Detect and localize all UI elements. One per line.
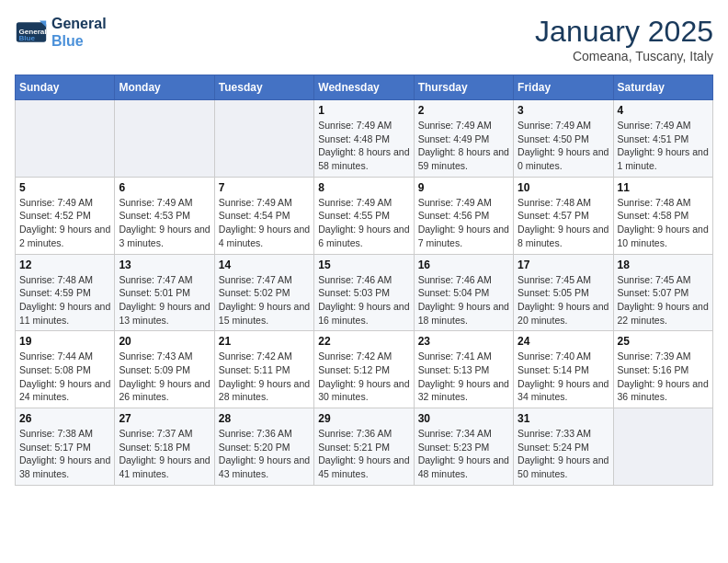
day-info: Sunrise: 7:42 AM Sunset: 5:11 PM Dayligh… xyxy=(219,350,310,404)
calendar-subtitle: Comeana, Tuscany, Italy xyxy=(535,49,713,63)
day-cell: 7Sunrise: 7:49 AM Sunset: 4:54 PM Daylig… xyxy=(214,177,313,254)
day-info: Sunrise: 7:42 AM Sunset: 5:12 PM Dayligh… xyxy=(318,350,409,404)
day-number: 14 xyxy=(219,259,310,271)
week-row-3: 12Sunrise: 7:48 AM Sunset: 4:59 PM Dayli… xyxy=(16,254,713,331)
calendar-header: SundayMondayTuesdayWednesdayThursdayFrid… xyxy=(16,75,713,100)
day-cell xyxy=(214,100,313,178)
day-info: Sunrise: 7:43 AM Sunset: 5:09 PM Dayligh… xyxy=(119,350,210,404)
day-cell: 12Sunrise: 7:48 AM Sunset: 4:59 PM Dayli… xyxy=(16,254,115,331)
header-cell-thursday: Thursday xyxy=(414,75,513,100)
day-info: Sunrise: 7:38 AM Sunset: 5:17 PM Dayligh… xyxy=(19,427,110,481)
day-number: 26 xyxy=(19,412,110,425)
day-cell: 21Sunrise: 7:42 AM Sunset: 5:11 PM Dayli… xyxy=(214,331,313,408)
day-number: 11 xyxy=(618,181,709,194)
day-cell: 14Sunrise: 7:47 AM Sunset: 5:02 PM Dayli… xyxy=(214,254,313,331)
week-row-4: 19Sunrise: 7:44 AM Sunset: 5:08 PM Dayli… xyxy=(16,331,713,408)
day-info: Sunrise: 7:34 AM Sunset: 5:23 PM Dayligh… xyxy=(418,427,509,481)
day-cell: 28Sunrise: 7:36 AM Sunset: 5:20 PM Dayli… xyxy=(214,408,313,486)
title-block: January 2025 Comeana, Tuscany, Italy xyxy=(535,15,713,63)
day-info: Sunrise: 7:47 AM Sunset: 5:02 PM Dayligh… xyxy=(219,273,310,327)
calendar-title: January 2025 xyxy=(535,15,713,49)
day-info: Sunrise: 7:49 AM Sunset: 4:53 PM Dayligh… xyxy=(119,196,210,250)
day-info: Sunrise: 7:48 AM Sunset: 4:59 PM Dayligh… xyxy=(19,273,110,327)
calendar-table: SundayMondayTuesdayWednesdayThursdayFrid… xyxy=(15,75,713,486)
day-info: Sunrise: 7:49 AM Sunset: 4:54 PM Dayligh… xyxy=(219,196,310,250)
day-cell: 26Sunrise: 7:38 AM Sunset: 5:17 PM Dayli… xyxy=(16,408,115,486)
day-number: 25 xyxy=(618,335,709,348)
day-info: Sunrise: 7:44 AM Sunset: 5:08 PM Dayligh… xyxy=(19,350,110,404)
day-number: 13 xyxy=(119,259,210,271)
day-cell: 25Sunrise: 7:39 AM Sunset: 5:16 PM Dayli… xyxy=(613,331,712,408)
day-cell: 13Sunrise: 7:47 AM Sunset: 5:01 PM Dayli… xyxy=(115,254,214,331)
day-number: 1 xyxy=(318,104,409,117)
day-info: Sunrise: 7:41 AM Sunset: 5:13 PM Dayligh… xyxy=(418,350,509,404)
day-cell: 24Sunrise: 7:40 AM Sunset: 5:14 PM Dayli… xyxy=(514,331,613,408)
header-row: SundayMondayTuesdayWednesdayThursdayFrid… xyxy=(16,75,713,100)
day-info: Sunrise: 7:49 AM Sunset: 4:52 PM Dayligh… xyxy=(19,196,110,250)
day-cell: 6Sunrise: 7:49 AM Sunset: 4:53 PM Daylig… xyxy=(115,177,214,254)
week-row-2: 5Sunrise: 7:49 AM Sunset: 4:52 PM Daylig… xyxy=(16,177,713,254)
day-cell: 15Sunrise: 7:46 AM Sunset: 5:03 PM Dayli… xyxy=(314,254,414,331)
day-info: Sunrise: 7:39 AM Sunset: 5:16 PM Dayligh… xyxy=(618,350,709,404)
day-cell: 22Sunrise: 7:42 AM Sunset: 5:12 PM Dayli… xyxy=(314,331,414,408)
day-number: 18 xyxy=(618,259,709,271)
day-number: 19 xyxy=(19,335,110,348)
day-number: 10 xyxy=(518,181,609,194)
day-cell xyxy=(16,100,115,178)
logo-text-line1: General xyxy=(51,15,107,32)
day-cell: 11Sunrise: 7:48 AM Sunset: 4:58 PM Dayli… xyxy=(613,177,712,254)
day-number: 20 xyxy=(119,335,210,348)
logo-text-line2: Blue xyxy=(51,32,107,50)
header-cell-wednesday: Wednesday xyxy=(314,75,414,100)
day-cell: 1Sunrise: 7:49 AM Sunset: 4:48 PM Daylig… xyxy=(314,100,414,178)
day-info: Sunrise: 7:48 AM Sunset: 4:57 PM Dayligh… xyxy=(518,196,609,250)
day-cell: 23Sunrise: 7:41 AM Sunset: 5:13 PM Dayli… xyxy=(414,331,513,408)
day-info: Sunrise: 7:45 AM Sunset: 5:05 PM Dayligh… xyxy=(518,273,609,327)
day-number: 8 xyxy=(318,181,409,194)
day-cell: 18Sunrise: 7:45 AM Sunset: 5:07 PM Dayli… xyxy=(613,254,712,331)
day-cell: 9Sunrise: 7:49 AM Sunset: 4:56 PM Daylig… xyxy=(414,177,513,254)
header-cell-sunday: Sunday xyxy=(16,75,115,100)
day-cell: 8Sunrise: 7:49 AM Sunset: 4:55 PM Daylig… xyxy=(314,177,414,254)
day-cell: 5Sunrise: 7:49 AM Sunset: 4:52 PM Daylig… xyxy=(16,177,115,254)
day-number: 15 xyxy=(318,259,409,271)
day-info: Sunrise: 7:49 AM Sunset: 4:55 PM Dayligh… xyxy=(318,196,409,250)
day-cell xyxy=(115,100,214,178)
header-cell-friday: Friday xyxy=(514,75,613,100)
day-number: 17 xyxy=(518,259,609,271)
day-number: 4 xyxy=(618,104,709,117)
day-info: Sunrise: 7:37 AM Sunset: 5:18 PM Dayligh… xyxy=(119,427,210,481)
day-number: 29 xyxy=(318,412,409,425)
logo-icon: General Blue xyxy=(15,16,48,49)
week-row-1: 1Sunrise: 7:49 AM Sunset: 4:48 PM Daylig… xyxy=(16,100,713,178)
day-number: 24 xyxy=(518,335,609,348)
day-cell: 2Sunrise: 7:49 AM Sunset: 4:49 PM Daylig… xyxy=(414,100,513,178)
day-info: Sunrise: 7:49 AM Sunset: 4:51 PM Dayligh… xyxy=(618,119,709,173)
svg-text:Blue: Blue xyxy=(19,34,36,42)
day-number: 27 xyxy=(119,412,210,425)
day-info: Sunrise: 7:33 AM Sunset: 5:24 PM Dayligh… xyxy=(518,427,609,481)
day-info: Sunrise: 7:49 AM Sunset: 4:48 PM Dayligh… xyxy=(318,119,409,173)
day-info: Sunrise: 7:46 AM Sunset: 5:04 PM Dayligh… xyxy=(418,273,509,327)
week-row-5: 26Sunrise: 7:38 AM Sunset: 5:17 PM Dayli… xyxy=(16,408,713,486)
day-cell: 3Sunrise: 7:49 AM Sunset: 4:50 PM Daylig… xyxy=(514,100,613,178)
day-info: Sunrise: 7:36 AM Sunset: 5:21 PM Dayligh… xyxy=(318,427,409,481)
header-cell-saturday: Saturday xyxy=(613,75,712,100)
day-info: Sunrise: 7:36 AM Sunset: 5:20 PM Dayligh… xyxy=(219,427,310,481)
day-number: 21 xyxy=(219,335,310,348)
day-cell: 29Sunrise: 7:36 AM Sunset: 5:21 PM Dayli… xyxy=(314,408,414,486)
day-cell: 16Sunrise: 7:46 AM Sunset: 5:04 PM Dayli… xyxy=(414,254,513,331)
day-info: Sunrise: 7:45 AM Sunset: 5:07 PM Dayligh… xyxy=(618,273,709,327)
day-number: 9 xyxy=(418,181,509,194)
day-cell: 10Sunrise: 7:48 AM Sunset: 4:57 PM Dayli… xyxy=(514,177,613,254)
day-number: 6 xyxy=(119,181,210,194)
day-number: 3 xyxy=(518,104,609,117)
day-cell: 27Sunrise: 7:37 AM Sunset: 5:18 PM Dayli… xyxy=(115,408,214,486)
day-cell xyxy=(613,408,712,486)
calendar-body: 1Sunrise: 7:49 AM Sunset: 4:48 PM Daylig… xyxy=(16,100,713,486)
day-number: 30 xyxy=(418,412,509,425)
day-number: 22 xyxy=(318,335,409,348)
day-info: Sunrise: 7:47 AM Sunset: 5:01 PM Dayligh… xyxy=(119,273,210,327)
day-info: Sunrise: 7:49 AM Sunset: 4:56 PM Dayligh… xyxy=(418,196,509,250)
day-number: 28 xyxy=(219,412,310,425)
